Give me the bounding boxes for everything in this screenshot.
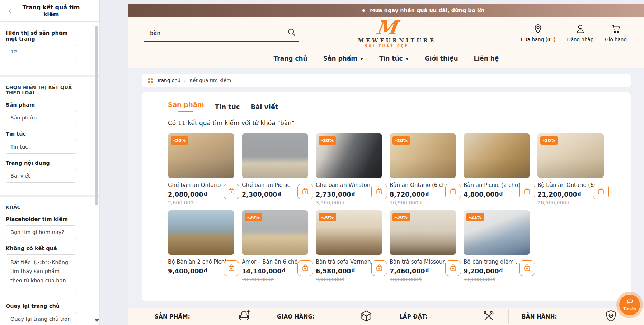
product-name: Bàn trà sofa Missouri (Mặt…	[390, 259, 451, 265]
search-icon[interactable]	[287, 28, 299, 41]
price-value: 4,800,000	[464, 191, 499, 198]
field-label: Hiển thị số sản phẩm một trang	[6, 30, 77, 42]
field-products-per-page: Hiển thị số sản phẩm một trang	[6, 30, 77, 58]
breadcrumb: Trang chủ › Kết quả tìm kiếm	[142, 74, 631, 87]
price-value: 9,400,000	[168, 268, 203, 275]
currency-symbol: đ	[204, 191, 207, 197]
product-name: Bàn trà sofa Vermont (Mặt…	[316, 259, 377, 265]
product-card[interactable]: Ghế bàn ăn Picnic 2,300,000đ	[242, 133, 308, 206]
product-name: Ghế bàn ăn Picnic	[242, 182, 304, 188]
add-to-cart-button[interactable]	[297, 184, 313, 199]
add-to-cart-button[interactable]	[445, 184, 461, 199]
site-preview: Mua ngay nhận quà ưu đãi, đừng bỏ lỡ! M …	[128, 4, 644, 325]
product-grid: -20% Ghế bàn ăn Ontario 2,080,000đ 2,600…	[168, 133, 605, 282]
product-card[interactable]: -30% Ghế bàn ăn Winston (Grey) 2,730,000…	[316, 133, 382, 206]
tab-articles[interactable]: Bài viết	[250, 101, 278, 112]
field-no-results: Không có kết quả Rất tiếc :(.<br>Không t…	[6, 245, 77, 297]
search-input[interactable]	[144, 30, 287, 39]
product-old-price: 9,400,000đ	[316, 277, 382, 282]
shopping-bag-plus-icon	[597, 187, 605, 197]
search-placeholder-input[interactable]	[6, 225, 76, 239]
section-divider	[0, 75, 99, 77]
product-info: Bộ bàn trang điểm Mika Blu… 9,200,000đ 1…	[464, 255, 530, 282]
product-photo: -21%	[464, 210, 530, 255]
home-grid-icon	[148, 78, 153, 83]
products-label-input[interactable]	[6, 111, 76, 124]
shopping-bag-plus-icon	[227, 264, 236, 273]
back-home-input[interactable]	[6, 312, 76, 325]
news-label-input[interactable]	[6, 140, 76, 154]
pages-label-input[interactable]	[6, 169, 76, 183]
product-card[interactable]: -20% Bàn ăn Ontario (6 chỗ) 8,720,000đ 1…	[390, 133, 456, 206]
field-label: Không có kết quả	[6, 245, 77, 251]
product-photo: -30%	[390, 210, 456, 255]
add-to-cart-button[interactable]	[224, 184, 239, 199]
promo-banner: Mua ngay nhận quà ưu đãi, đừng bỏ lỡ!	[128, 4, 644, 17]
back-button[interactable]: ‹	[5, 6, 15, 16]
editor-section-other: KHÁC Placeholder tìm kiếm Không có kết q…	[0, 197, 99, 325]
nav-item-products[interactable]: Sản phẩm	[323, 55, 363, 62]
footer-service-warranty: BẢN HÀNH:	[508, 309, 631, 324]
discount-badge: -30%	[319, 213, 336, 221]
product-card[interactable]: Bộ Bàn ăn 2 chỗ Picnic 9,400,000đ	[168, 210, 234, 282]
add-to-cart-button[interactable]	[297, 260, 313, 276]
panel-scrollbar[interactable]	[95, 24, 98, 318]
breadcrumb-home-link[interactable]: Trang chủ	[157, 77, 180, 83]
stores-button[interactable]: Cửa hàng (45)	[521, 24, 556, 42]
product-info: Ghế bàn ăn Picnic 2,300,000đ	[242, 178, 308, 198]
shield-check-icon	[604, 309, 618, 324]
nav-item-contact[interactable]: Liên hệ	[474, 55, 499, 62]
nav-item-news[interactable]: Tin tức	[379, 55, 409, 62]
site-logo[interactable]: M MEWFURNITURE NỘI THẤT ĐẸP	[358, 19, 415, 48]
product-photo: -20%	[168, 133, 234, 178]
price-value: 8,720,000	[390, 191, 425, 198]
add-to-cart-button[interactable]	[519, 184, 535, 199]
add-to-cart-button[interactable]	[593, 184, 609, 199]
add-to-cart-button[interactable]	[371, 184, 387, 199]
cart-button[interactable]: Giỏ hàng	[605, 24, 627, 42]
login-button[interactable]: Đăng nhập	[567, 24, 593, 42]
result-tabs: Sản phẩm Tin tức Bài viết	[168, 101, 605, 112]
product-photo: -30%	[316, 210, 382, 255]
discount-badge: -20%	[540, 136, 558, 145]
logo-tagline: NỘI THẤT ĐẸP	[358, 44, 415, 48]
editor-panel-title: Trang kết quả tìm kiếm	[15, 4, 94, 18]
product-card[interactable]: -30% Bàn trà sofa Vermont (Mặt… 6,580,00…	[316, 210, 382, 282]
results-summary: Có 11 kết quả tìm kiếm với từ khóa "bàn"	[168, 119, 605, 127]
add-to-cart-button[interactable]	[519, 260, 535, 276]
currency-symbol: đ	[499, 191, 503, 197]
product-old-price: 26,500,000đ	[537, 200, 604, 206]
product-old-price: 2,600,000đ	[168, 200, 234, 206]
product-photo	[242, 133, 308, 178]
product-card[interactable]: -20% Ghế bàn ăn Ontario 2,080,000đ 2,600…	[168, 133, 234, 206]
content-area: Trang chủ › Kết quả tìm kiếm Sản phẩm Ti…	[128, 68, 644, 308]
nav-item-about[interactable]: Giới thiệu	[425, 55, 458, 62]
product-card[interactable]: -21% Bộ bàn trang điểm Mika Blu… 9,200,0…	[464, 210, 530, 282]
scrollbar-thumb[interactable]	[95, 26, 98, 205]
currency-symbol: đ	[204, 268, 207, 273]
currency-symbol: đ	[352, 191, 355, 197]
product-card[interactable]: -30% Amor – Bàn ăn 6 chỗ N2 14,140,000đ …	[242, 210, 308, 282]
tab-products[interactable]: Sản phẩm	[168, 101, 204, 112]
footer-label: SẢN PHẨM:	[155, 314, 190, 320]
shopping-bag-plus-icon	[523, 187, 531, 197]
chat-support-button[interactable]: Tư vấn	[619, 295, 640, 315]
scrollbar-down-arrow-icon[interactable]	[95, 319, 99, 322]
product-card[interactable]: Bàn ăn Picnic (2 chỗ) 4,800,000đ	[464, 133, 530, 206]
shopping-bag-plus-icon	[301, 187, 310, 197]
product-card[interactable]: -30% Bàn trà sofa Missouri (Mặt… 7,460,0…	[390, 210, 456, 282]
add-to-cart-button[interactable]	[371, 260, 387, 276]
add-to-cart-button[interactable]	[445, 260, 461, 276]
no-results-textarea[interactable]: Rất tiếc :(.<br>Không tìm thấy sản phẩm …	[6, 254, 76, 295]
package-icon	[359, 309, 373, 324]
nav-item-home[interactable]: Trang chủ	[274, 55, 307, 62]
section-divider	[0, 195, 99, 197]
shopping-bag-plus-icon	[375, 187, 384, 197]
field-search-placeholder: Placeholder tìm kiếm	[6, 216, 77, 239]
discount-badge: -30%	[392, 213, 410, 221]
product-card[interactable]: -20% Bộ bàn ăn Ontario (6 chỗ) 21,200,00…	[537, 133, 604, 206]
tab-news[interactable]: Tin tức	[215, 101, 240, 112]
add-to-cart-button[interactable]	[224, 260, 239, 276]
products-per-page-input[interactable]	[6, 45, 76, 58]
shopping-bag-plus-icon	[301, 264, 310, 273]
